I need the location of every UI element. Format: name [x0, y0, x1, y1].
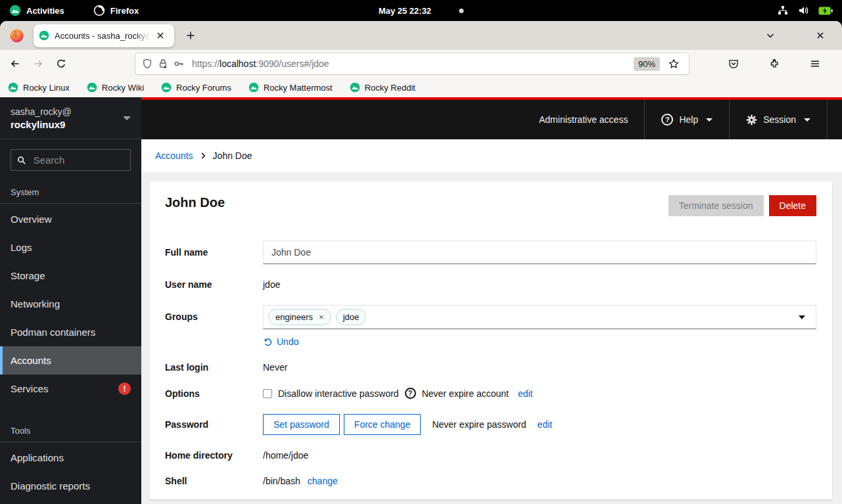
sidebar-item-services[interactable]: Services !: [0, 375, 141, 403]
tab-close-button[interactable]: [152, 27, 169, 44]
rocky-logo-icon: [9, 5, 21, 16]
terminate-session-button[interactable]: Terminate session: [668, 195, 764, 216]
caret-down-icon[interactable]: [799, 315, 805, 319]
full-name-input[interactable]: [263, 241, 816, 264]
section-label-tools: Tools: [0, 417, 141, 442]
key-icon[interactable]: [174, 58, 184, 69]
bookmarks-bar: Rocky Linux Rocky Wiki Rocky Forums Rock…: [0, 78, 842, 97]
firefox-logo-icon[interactable]: [9, 28, 24, 43]
help-icon: ?: [661, 114, 673, 126]
sidebar: sasha_rocky@ rockylinux9 System Overview…: [0, 97, 141, 504]
breadcrumb-current: John Doe: [213, 150, 252, 161]
disallow-password-checkbox[interactable]: [263, 389, 272, 398]
force-change-button[interactable]: Force change: [344, 414, 421, 435]
home-directory-row: Home directory /home/jdoe: [165, 450, 816, 461]
sidebar-item-label: Diagnostic reports: [11, 480, 90, 492]
help-popover-icon[interactable]: ?: [405, 388, 416, 399]
sidebar-item-label: Applications: [11, 452, 64, 463]
tab-bar: Accounts - sasha_rocky@: [0, 21, 842, 50]
delete-button[interactable]: Delete: [769, 195, 816, 216]
zoom-level-badge[interactable]: 90%: [634, 57, 660, 71]
window-close-button[interactable]: [812, 27, 829, 44]
activities-button[interactable]: Activities: [9, 5, 64, 16]
bookmark-rocky-forums[interactable]: Rocky Forums: [161, 82, 231, 93]
list-all-tabs-button[interactable]: [762, 27, 779, 44]
main-panel: Administrative access ? Help Session: [141, 97, 842, 504]
host-selector[interactable]: sasha_rocky@ rockylinux9: [0, 97, 141, 139]
arrow-left-icon: [10, 58, 20, 69]
administrative-access-button[interactable]: Administrative access: [523, 100, 644, 139]
last-login-label: Last login: [165, 362, 263, 373]
bookmark-rocky-wiki[interactable]: Rocky Wiki: [87, 82, 144, 93]
breadcrumb-accounts-link[interactable]: Accounts: [155, 150, 193, 161]
undo-icon: [263, 337, 273, 347]
firefox-app-indicator[interactable]: Firefox: [93, 5, 139, 16]
section-label-system: System: [0, 179, 141, 203]
sidebar-item-diagnostic-reports[interactable]: Diagnostic reports: [0, 472, 141, 500]
set-password-button[interactable]: Set password: [263, 414, 340, 435]
last-login-value: Never: [263, 362, 287, 373]
user-name-row: User name jdoe: [165, 279, 816, 290]
sidebar-item-overview[interactable]: Overview: [0, 205, 141, 233]
bookmark-star-button[interactable]: [665, 55, 682, 72]
clock-button[interactable]: May 25 22:32: [379, 6, 463, 16]
notification-dot: [459, 9, 463, 13]
bookmark-rocky-reddit[interactable]: Rocky Reddit: [350, 82, 415, 93]
account-card-header: John Doe Terminate session Delete: [165, 195, 816, 216]
lock-warning-icon[interactable]: [158, 58, 168, 69]
menu-button[interactable]: [807, 55, 824, 72]
url-text[interactable]: https://localhost:9090/users#/jdoe: [192, 58, 628, 69]
chip-remove-button[interactable]: ×: [319, 313, 324, 321]
password-row: Password Set password Force change Never…: [165, 414, 816, 435]
search-input[interactable]: [32, 154, 124, 166]
undo-link[interactable]: Undo: [277, 336, 298, 347]
sidebar-item-accounts[interactable]: Accounts: [0, 346, 141, 375]
host-user: sasha_rocky@: [11, 106, 72, 117]
activities-label: Activities: [26, 6, 64, 16]
pocket-button[interactable]: [725, 55, 742, 72]
system-tray[interactable]: [778, 5, 842, 16]
extensions-button[interactable]: [766, 55, 783, 72]
shell-label: Shell: [165, 476, 263, 486]
firefox-app-label: Firefox: [110, 6, 139, 16]
back-button[interactable]: [7, 55, 24, 72]
last-login-row: Last login Never: [165, 362, 816, 373]
browser-toolbar: https://localhost:9090/users#/jdoe 90%: [0, 50, 842, 78]
new-tab-button[interactable]: [182, 27, 199, 44]
caret-down-icon: [123, 116, 131, 120]
session-menu-button[interactable]: Session: [729, 100, 827, 139]
sidebar-item-label: Networking: [11, 298, 60, 309]
bookmark-label: Rocky Reddit: [365, 83, 415, 93]
tracking-shield-icon[interactable]: [142, 58, 152, 69]
sidebar-item-storage[interactable]: Storage: [0, 262, 141, 290]
account-expiry-edit-link[interactable]: edit: [518, 388, 533, 399]
group-chip-engineers: engineers ×: [268, 309, 331, 325]
url-bar[interactable]: https://localhost:9090/users#/jdoe 90%: [135, 53, 689, 74]
forward-button[interactable]: [30, 55, 47, 72]
home-directory-label: Home directory: [165, 450, 263, 461]
groups-select[interactable]: engineers × jdoe: [263, 305, 816, 329]
home-directory-value: /home/jdoe: [263, 450, 308, 461]
shell-value: /bin/bash: [263, 476, 300, 486]
options-row: Options Disallow interactive password ? …: [165, 388, 816, 399]
group-chip-jdoe: jdoe: [336, 309, 367, 325]
password-expiry-edit-link[interactable]: edit: [538, 419, 553, 430]
help-menu-button[interactable]: ? Help: [644, 100, 729, 139]
browser-tab[interactable]: Accounts - sasha_rocky@: [34, 24, 174, 47]
bookmark-label: Rocky Linux: [23, 83, 70, 93]
session-label: Session: [763, 114, 796, 125]
full-name-label: Full name: [165, 247, 263, 258]
sidebar-item-networking[interactable]: Networking: [0, 290, 141, 318]
never-expire-account-text: Never expire account: [422, 388, 509, 399]
divider: [0, 442, 141, 442]
shell-change-link[interactable]: change: [308, 476, 338, 486]
clock-text: May 25 22:32: [379, 6, 431, 16]
sidebar-item-applications[interactable]: Applications: [0, 444, 141, 472]
sidebar-search[interactable]: [11, 149, 131, 171]
sidebar-item-logs[interactable]: Logs: [0, 233, 141, 262]
bookmark-rocky-mattermost[interactable]: Rocky Mattermost: [248, 82, 333, 93]
bookmark-rocky-linux[interactable]: Rocky Linux: [8, 82, 70, 93]
user-name-value: jdoe: [263, 279, 280, 290]
reload-button[interactable]: [53, 55, 70, 72]
sidebar-item-podman-containers[interactable]: Podman containers: [0, 318, 141, 346]
